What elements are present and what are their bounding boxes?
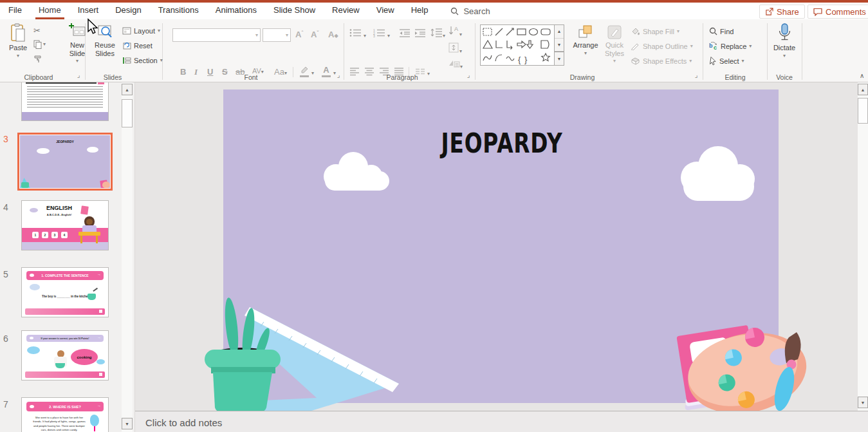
find-button[interactable]: Find bbox=[709, 27, 734, 35]
menu-tab-transitions[interactable]: Transitions bbox=[150, 3, 207, 19]
format-painter-button[interactable] bbox=[33, 55, 42, 65]
font-color-button[interactable]: A bbox=[322, 65, 331, 77]
slide-thumbnail-7[interactable]: 2. WHERE IS SHE? → She went to a place t… bbox=[21, 397, 109, 432]
reset-button[interactable]: Reset bbox=[122, 42, 152, 50]
menu-tab-slideshow[interactable]: Slide Show bbox=[265, 3, 324, 19]
smartart-icon bbox=[448, 59, 460, 68]
slide-thumbnail-2[interactable] bbox=[21, 82, 109, 121]
font-size-combobox[interactable]: ▾ bbox=[263, 28, 291, 42]
share-button[interactable]: Share bbox=[759, 5, 805, 19]
mini-banner: 1. COMPLETE THE SENTENCE → bbox=[26, 271, 104, 280]
format-painter-icon bbox=[33, 55, 42, 64]
shapes-gallery[interactable]: { } bbox=[480, 24, 555, 66]
mini-banner-text: If your answer is correct, you win 10 Po… bbox=[41, 337, 89, 340]
dialog-launcher-font[interactable]: ⌟ bbox=[335, 72, 342, 80]
bullets-button[interactable]: ▾ bbox=[349, 28, 366, 39]
shape-outline-button[interactable]: Shape Outline ▾ bbox=[631, 42, 693, 50]
svg-text:c: c bbox=[714, 44, 717, 50]
shape-effects-button[interactable]: Shape Effects ▾ bbox=[631, 57, 692, 65]
paste-button[interactable]: Paste ▾ bbox=[5, 23, 31, 59]
convert-smartart-button[interactable]: ▾ bbox=[448, 59, 463, 70]
slide-thumbnail-5[interactable]: 1. COMPLETE THE SENTENCE → The boy is __… bbox=[21, 267, 109, 317]
clear-formatting-button[interactable]: A◆ bbox=[328, 30, 338, 39]
select-label: Select bbox=[719, 57, 739, 65]
dictate-label: Dictate bbox=[773, 44, 795, 52]
replace-button[interactable]: b c Replace ▾ bbox=[709, 42, 752, 50]
dictate-button[interactable]: Dictate ▾ bbox=[771, 23, 798, 59]
quick-styles-button[interactable]: Quick Styles ▾ bbox=[601, 24, 628, 64]
thumbnail-scrollbar[interactable]: ▲ ▼ bbox=[122, 82, 133, 432]
thumbnail-scroll-down-button[interactable]: ▼ bbox=[122, 418, 133, 429]
gallery-scroll-down-button[interactable]: ▼ bbox=[555, 39, 564, 52]
text-direction-button[interactable]: A ▾ bbox=[448, 26, 462, 37]
thumbnail-scroll-up-button[interactable]: ▲ bbox=[122, 84, 133, 95]
align-text-button[interactable]: ▾ bbox=[448, 42, 462, 54]
notes-pane[interactable]: Click to add notes bbox=[135, 411, 868, 432]
reuse-slides-icon bbox=[97, 23, 113, 40]
numbering-icon: 123 bbox=[373, 28, 387, 37]
slide-thumbnail-4[interactable]: ENGLISH A-B-C-D-E...English! 1 2 3 4 bbox=[21, 200, 109, 250]
search-box[interactable]: Search bbox=[450, 6, 490, 16]
menu-bar: File Home Insert Design Transitions Anim… bbox=[0, 3, 868, 19]
canvas-scrollbar[interactable]: ▲ ▼ bbox=[858, 82, 868, 411]
group-label-font: Font bbox=[193, 73, 309, 81]
menu-tab-review[interactable]: Review bbox=[324, 3, 368, 19]
dialog-launcher-drawing[interactable]: ⌟ bbox=[692, 72, 700, 80]
mini-cloud bbox=[37, 148, 50, 154]
slide-4-preview: ENGLISH A-B-C-D-E...English! 1 2 3 4 bbox=[22, 201, 108, 250]
chevron-down-icon: ▾ bbox=[690, 44, 693, 49]
canvas-scroll-up-button[interactable]: ▲ bbox=[858, 84, 868, 95]
increase-indent-button[interactable] bbox=[414, 28, 426, 39]
clear-formatting-icon: A bbox=[328, 30, 334, 39]
menu-tab-help[interactable]: Help bbox=[403, 3, 437, 19]
font-name-combobox[interactable]: ▾ bbox=[172, 28, 261, 42]
slide-thumbnail-panel: 3 JEOPARDY 4 ENGLISH A-B-C-D-E...English… bbox=[0, 82, 135, 432]
menu-tab-design[interactable]: Design bbox=[107, 3, 149, 19]
select-button[interactable]: Select ▾ bbox=[709, 57, 744, 66]
notes-placeholder[interactable]: Click to add notes bbox=[145, 417, 222, 428]
mini-slide-title: JEOPARDY bbox=[27, 140, 104, 144]
shape-fill-button[interactable]: Shape Fill ▾ bbox=[631, 27, 679, 35]
chevron-down-icon: ▾ bbox=[613, 59, 616, 64]
shape-fill-icon bbox=[631, 27, 640, 35]
bullets-icon bbox=[349, 28, 364, 37]
menu-tab-file[interactable]: File bbox=[0, 3, 30, 19]
grow-font-button[interactable]: Aˆ bbox=[295, 30, 303, 39]
comments-label: Comments bbox=[826, 7, 866, 17]
layout-button[interactable]: Layout ▾ bbox=[122, 27, 160, 35]
arrange-button[interactable]: Arrange ▾ bbox=[571, 24, 600, 56]
gallery-scroll-up-button[interactable]: ▲ bbox=[555, 25, 564, 39]
slide-canvas[interactable]: JEOPARDY bbox=[135, 82, 858, 411]
dialog-launcher-clipboard[interactable]: ⌟ bbox=[75, 72, 82, 80]
chevron-down-icon: ▾ bbox=[460, 64, 463, 70]
gallery-more-button[interactable]: ▼ bbox=[555, 52, 564, 65]
cut-button[interactable]: ✂ bbox=[33, 26, 41, 35]
caret-down-icon: ˇ bbox=[317, 30, 319, 35]
copy-button[interactable]: ▾ bbox=[33, 40, 46, 49]
menu-tab-insert[interactable]: Insert bbox=[69, 3, 107, 19]
slide-thumbnail-3[interactable]: JEOPARDY bbox=[17, 133, 113, 191]
menu-tab-home[interactable]: Home bbox=[30, 3, 69, 19]
dialog-launcher-paragraph[interactable]: ⌟ bbox=[465, 72, 472, 80]
line-spacing-button[interactable]: ▾ bbox=[430, 28, 445, 39]
chevron-down-icon: ▾ bbox=[158, 28, 160, 33]
slide-thumbnail-6[interactable]: If your answer is correct, you win 10 Po… bbox=[21, 330, 109, 380]
mini-cotton-candy bbox=[90, 415, 99, 426]
canvas-scrollbar-thumb[interactable] bbox=[858, 98, 868, 124]
shrink-font-button[interactable]: Aˇ bbox=[311, 30, 319, 39]
canvas-scroll-down-button[interactable]: ▼ bbox=[858, 397, 868, 408]
mini-cloud bbox=[27, 346, 40, 354]
bold-button[interactable]: B bbox=[180, 67, 186, 77]
mini-cloud-icon bbox=[30, 337, 33, 339]
thumbnail-scrollbar-thumb[interactable] bbox=[122, 99, 133, 127]
decrease-indent-button[interactable] bbox=[399, 28, 411, 39]
section-button[interactable]: Section ▾ bbox=[122, 57, 163, 64]
arrange-label: Arrange bbox=[573, 41, 598, 50]
menu-tab-view[interactable]: View bbox=[368, 3, 403, 19]
comments-button[interactable]: Comments bbox=[808, 5, 868, 19]
menu-tab-animations[interactable]: Animations bbox=[207, 3, 265, 19]
numbering-button[interactable]: 123 ▾ bbox=[373, 28, 390, 39]
collapse-ribbon-button[interactable]: ∧ bbox=[860, 72, 864, 79]
group-label-slides: Slides bbox=[84, 73, 142, 81]
chevron-down-icon: ▾ bbox=[677, 29, 679, 34]
